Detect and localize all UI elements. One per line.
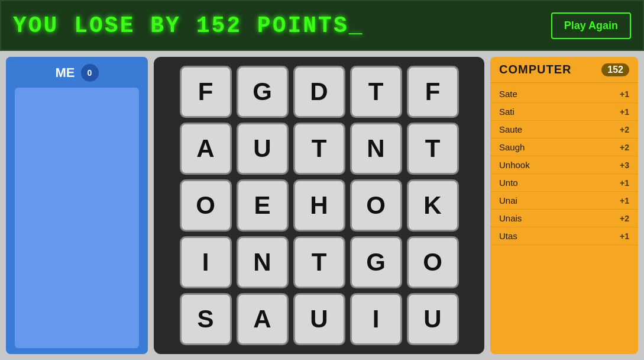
word-score-2: +2 bbox=[620, 125, 629, 134]
grid-cell-14[interactable]: K bbox=[407, 179, 459, 232]
word-row-8: Utas+1 bbox=[490, 227, 638, 245]
me-word-list bbox=[15, 88, 139, 348]
word-score-5: +1 bbox=[620, 178, 629, 188]
word-row-2: Saute+2 bbox=[490, 121, 638, 139]
computer-word-list: Sate+1Sati+1Saute+2Saugh+2Unhook+3Unto+1… bbox=[490, 83, 638, 354]
grid-cell-10[interactable]: O bbox=[180, 179, 232, 232]
grid-cell-17[interactable]: T bbox=[293, 236, 345, 288]
word-row-0: Sate+1 bbox=[490, 85, 638, 103]
word-score-0: +1 bbox=[620, 89, 629, 99]
word-row-5: Unto+1 bbox=[490, 174, 638, 192]
grid-cell-3[interactable]: T bbox=[350, 66, 402, 118]
word-score-6: +1 bbox=[620, 196, 629, 205]
word-text-1: Sati bbox=[499, 107, 514, 117]
grid-cell-4[interactable]: F bbox=[407, 66, 459, 118]
letter-grid: FGDTFAUTNTOEHOKINTGOSAUIU bbox=[180, 66, 459, 345]
lose-message: YOU LOSE BY 152 POINTS_ bbox=[13, 13, 364, 38]
grid-cell-22[interactable]: U bbox=[293, 293, 345, 345]
word-score-7: +2 bbox=[620, 214, 629, 223]
grid-cell-5[interactable]: A bbox=[180, 123, 232, 175]
grid-cell-1[interactable]: G bbox=[237, 66, 289, 118]
me-panel: ME 0 bbox=[6, 57, 148, 354]
grid-cell-19[interactable]: O bbox=[407, 236, 459, 288]
play-again-button[interactable]: Play Again bbox=[551, 12, 631, 39]
grid-cell-13[interactable]: O bbox=[350, 179, 402, 232]
word-text-8: Utas bbox=[499, 231, 517, 241]
grid-cell-8[interactable]: N bbox=[350, 123, 402, 175]
grid-cell-23[interactable]: I bbox=[350, 293, 402, 345]
grid-cell-11[interactable]: E bbox=[237, 179, 289, 232]
grid-cell-2[interactable]: D bbox=[293, 66, 345, 118]
grid-cell-20[interactable]: S bbox=[180, 293, 232, 345]
word-row-6: Unai+1 bbox=[490, 192, 638, 210]
word-text-6: Unai bbox=[499, 195, 517, 205]
grid-cell-16[interactable]: N bbox=[237, 236, 289, 288]
word-row-4: Unhook+3 bbox=[490, 156, 638, 174]
word-score-3: +2 bbox=[620, 143, 629, 152]
computer-panel: COMPUTER 152 Sate+1Sati+1Saute+2Saugh+2U… bbox=[490, 57, 638, 354]
word-text-5: Unto bbox=[499, 178, 518, 188]
word-text-2: Saute bbox=[499, 124, 522, 134]
word-row-1: Sati+1 bbox=[490, 103, 638, 121]
word-score-8: +1 bbox=[620, 232, 629, 241]
word-text-7: Unais bbox=[499, 213, 522, 223]
grid-cell-18[interactable]: G bbox=[350, 236, 402, 288]
grid-cell-24[interactable]: U bbox=[407, 293, 459, 345]
me-score-badge: 0 bbox=[81, 64, 99, 82]
grid-cell-9[interactable]: T bbox=[407, 123, 459, 175]
computer-label: COMPUTER bbox=[499, 63, 571, 76]
word-row-7: Unais+2 bbox=[490, 210, 638, 227]
me-header: ME 0 bbox=[56, 64, 99, 82]
word-text-3: Saugh bbox=[499, 142, 525, 152]
grid-cell-21[interactable]: A bbox=[237, 293, 289, 345]
word-score-4: +3 bbox=[620, 160, 629, 170]
main-area: ME 0 FGDTFAUTNTOEHOKINTGOSAUIU COMPUTER … bbox=[0, 51, 644, 360]
grid-cell-15[interactable]: I bbox=[180, 236, 232, 288]
grid-cell-0[interactable]: F bbox=[180, 66, 232, 118]
word-text-4: Unhook bbox=[499, 160, 530, 170]
word-row-3: Saugh+2 bbox=[490, 139, 638, 156]
grid-cell-12[interactable]: H bbox=[293, 179, 345, 232]
me-label: ME bbox=[56, 65, 75, 81]
word-score-1: +1 bbox=[620, 107, 629, 117]
word-text-0: Sate bbox=[499, 89, 517, 99]
grid-panel: FGDTFAUTNTOEHOKINTGOSAUIU bbox=[154, 57, 484, 354]
header: YOU LOSE BY 152 POINTS_ Play Again bbox=[0, 0, 644, 51]
grid-cell-7[interactable]: T bbox=[293, 123, 345, 175]
computer-header: COMPUTER 152 bbox=[490, 57, 638, 83]
computer-score-badge: 152 bbox=[601, 63, 629, 76]
grid-cell-6[interactable]: U bbox=[237, 123, 289, 175]
